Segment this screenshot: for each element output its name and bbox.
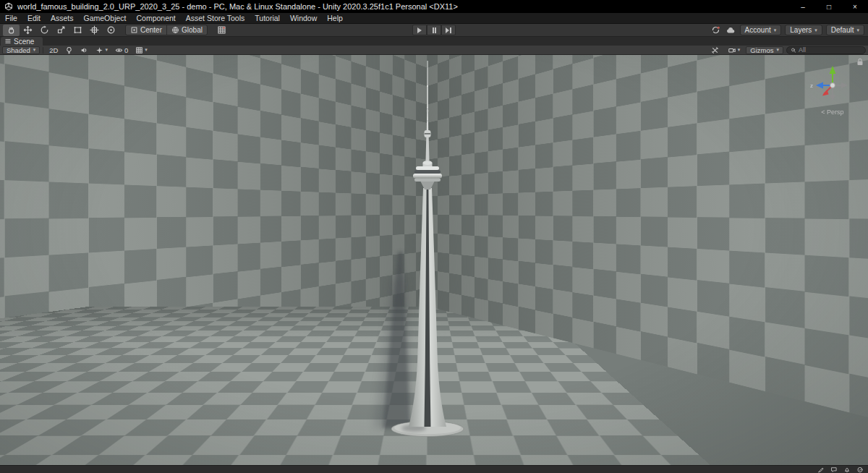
lightbulb-icon [65, 46, 73, 54]
layers-label: Layers [790, 26, 812, 34]
pause-button[interactable] [427, 25, 441, 35]
play-icon [417, 27, 422, 33]
axis-z-negative-icon [841, 82, 848, 88]
draw-mode-label: Shaded [7, 46, 30, 54]
scene-lighting-button[interactable] [62, 46, 76, 54]
unity-logo-icon [4, 2, 13, 11]
upper-shaft [426, 137, 430, 161]
play-button[interactable] [412, 25, 427, 35]
menu-file[interactable]: File [0, 13, 22, 23]
chevron-down-icon: ▾ [738, 47, 741, 53]
collab-icon[interactable] [710, 25, 721, 35]
cloud-icon[interactable] [725, 25, 736, 35]
transform-icon [90, 25, 99, 35]
account-dropdown[interactable]: Account ▾ [740, 25, 782, 35]
skypod-band [425, 133, 430, 135]
gizmos-label: Gizmos [750, 46, 773, 54]
menubar: File Edit Assets GameObject Component As… [0, 13, 868, 24]
main-toolbar: Center Global [0, 24, 868, 37]
axis-z-icon [816, 82, 823, 89]
tab-scene[interactable]: Scene [1, 37, 43, 46]
menu-assets[interactable]: Assets [46, 13, 79, 23]
unity-window: world_famous_building_2.0_URP_2020_3_25 … [0, 0, 868, 473]
activity-progress-icon[interactable] [856, 466, 864, 473]
transform-tool-button[interactable] [86, 25, 103, 36]
scene-viewport[interactable]: z < Persp [0, 55, 868, 465]
window-title: world_famous_building_2.0_URP_2020_3_25 … [17, 2, 458, 11]
menu-help[interactable]: Help [322, 13, 348, 23]
toggle-2d-button[interactable]: 2D [46, 46, 61, 54]
pod-ring-main [413, 174, 442, 179]
account-label: Account [745, 26, 771, 34]
pod-ring-upper [416, 166, 439, 170]
pivot-toggle-button[interactable]: Center [126, 25, 166, 35]
menu-asset-store-tools[interactable]: Asset Store Tools [181, 13, 250, 23]
scene-camera-dropdown[interactable]: ▾ [725, 46, 744, 54]
antenna-collar-2 [427, 120, 428, 122]
speaker-icon [80, 46, 88, 54]
rotate-icon [40, 25, 49, 35]
pod-ring-lower [414, 178, 441, 182]
grid-snapping-button[interactable] [213, 25, 230, 36]
notification-bell-icon[interactable] [843, 466, 851, 473]
axis-y-negative-icon [830, 95, 835, 101]
grid-snap-icon [217, 25, 226, 35]
layout-dropdown[interactable]: Default ▾ [826, 25, 864, 35]
console-message-icon[interactable] [830, 466, 838, 473]
grid-visibility-dropdown[interactable]: ▾ [132, 46, 150, 54]
tab-strip: Scene [0, 37, 868, 46]
lock-icon[interactable] [856, 58, 864, 66]
hamburger-icon [5, 38, 11, 44]
close-button[interactable]: × [842, 0, 868, 13]
scene-search-input[interactable] [799, 46, 861, 54]
rect-tool-button[interactable] [69, 25, 86, 36]
camera-icon [728, 46, 736, 54]
scene-toolbar: Shaded ▾ 2D ▾ [0, 46, 868, 55]
scene-audio-button[interactable] [77, 46, 91, 54]
step-button[interactable] [441, 25, 456, 35]
layout-label: Default [831, 26, 854, 34]
space-toggle-label: Global [182, 26, 203, 34]
tower-model[interactable] [341, 59, 514, 446]
custom-tool-button[interactable] [103, 25, 119, 36]
titlebar: world_famous_building_2.0_URP_2020_3_25 … [0, 0, 868, 13]
menu-component[interactable]: Component [131, 13, 180, 23]
menu-edit[interactable]: Edit [22, 13, 46, 23]
grid-icon [135, 46, 143, 54]
effects-star-icon [95, 46, 103, 54]
hand-tool-button[interactable] [3, 25, 20, 36]
pod-window-band [414, 170, 441, 174]
draw-mode-dropdown[interactable]: Shaded ▾ [2, 46, 40, 54]
projection-label[interactable]: < Persp [821, 108, 843, 116]
spire-upper [427, 61, 428, 87]
scene-effects-dropdown[interactable]: ▾ [93, 46, 111, 54]
move-tool-button[interactable] [20, 25, 36, 36]
scene-tools-button[interactable] [708, 46, 722, 54]
rect-icon [73, 25, 82, 35]
gizmos-dropdown[interactable]: Gizmos ▾ [746, 46, 783, 54]
scale-tool-button[interactable] [53, 25, 69, 36]
layers-dropdown[interactable]: Layers ▾ [785, 25, 822, 35]
pivot-center-icon [130, 26, 138, 34]
scene-search[interactable] [786, 46, 866, 54]
menu-tutorial[interactable]: Tutorial [250, 13, 285, 23]
brush-icon[interactable] [817, 466, 825, 473]
hidden-objects-toggle[interactable]: 0 [112, 46, 131, 54]
statusbar [0, 465, 868, 473]
space-toggle-button[interactable]: Global [166, 25, 207, 35]
search-icon [791, 47, 796, 54]
menu-gameobject[interactable]: GameObject [79, 13, 132, 23]
move-icon [23, 25, 33, 35]
pivot-space-toggle: Center Global [125, 25, 208, 35]
step-icon [446, 27, 449, 33]
eye-icon [115, 46, 123, 54]
orientation-gizmo[interactable]: z < Persp [807, 62, 858, 120]
pause-icon [433, 27, 434, 33]
maximize-button[interactable]: □ [816, 0, 842, 13]
menu-window[interactable]: Window [285, 13, 322, 23]
tools-icon [711, 46, 719, 54]
pod-dome [423, 161, 433, 165]
axis-z-label: z [810, 82, 813, 89]
rotate-tool-button[interactable] [36, 25, 53, 36]
minimize-button[interactable]: – [790, 0, 816, 13]
